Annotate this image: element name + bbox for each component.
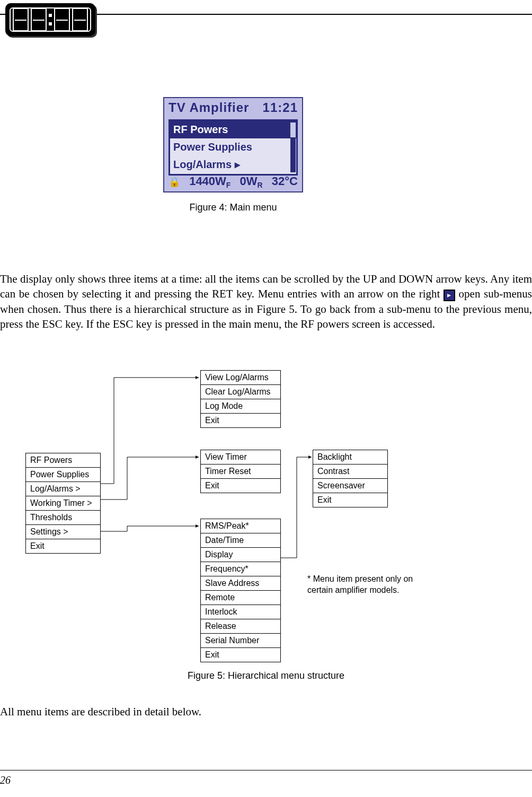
- menu-settings: RMS/Peak* Date/Time Display Frequency* S…: [200, 519, 281, 662]
- menu-log-alarms: View Log/Alarms Clear Log/Alarms Log Mod…: [200, 370, 281, 428]
- lcd-figure: TV Amplifier 11:21 RF Powers Power Suppl…: [163, 97, 303, 213]
- bottom-rule: [0, 770, 532, 770]
- lcd-temperature: 32°C: [272, 174, 298, 188]
- menu-item: Log/Alarms >: [26, 482, 100, 496]
- lcd-title: TV Amplifier: [169, 100, 249, 115]
- menu-item: Timer Reset: [201, 465, 280, 479]
- menu-item: Serial Number: [201, 634, 280, 648]
- menu-item: Interlock: [201, 605, 280, 619]
- body-paragraph: The display only shows three items at a …: [0, 271, 532, 331]
- menu-item: Exit: [201, 648, 280, 662]
- menu-hierarchy-diagram: RF Powers Power Supplies Log/Alarms > Wo…: [21, 368, 445, 670]
- menu-item: Settings >: [26, 525, 100, 539]
- menu-item: Frequency*: [201, 562, 280, 576]
- menu-item: Power Supplies: [26, 468, 100, 482]
- menu-item: View Log/Alarms: [201, 371, 280, 385]
- menu-item: View Timer: [201, 450, 280, 465]
- menu-item: Working Timer >: [26, 496, 100, 511]
- figure4-caption: Figure 4: Main menu: [163, 202, 303, 213]
- menu-item: Screensaver: [313, 479, 387, 493]
- menu-item: Exit: [26, 539, 100, 554]
- menu-item: Date/Time: [201, 533, 280, 548]
- menu-item: RF Powers: [26, 453, 100, 468]
- lcd-row: Power Supplies: [170, 138, 296, 156]
- closing-text: All menu items are described in detail b…: [0, 705, 201, 719]
- menu-item: Clear Log/Alarms: [201, 385, 280, 399]
- menu-main: RF Powers Power Supplies Log/Alarms > Wo…: [25, 453, 101, 554]
- lcd-reflected-power: 0WR: [240, 174, 263, 189]
- menu-item: Backlight: [313, 450, 387, 465]
- menu-working-timer: View Timer Timer Reset Exit: [200, 450, 281, 493]
- lcd-scroll-thumb: [290, 122, 296, 137]
- menu-item: Release: [201, 619, 280, 634]
- menu-item: Slave Address: [201, 576, 280, 591]
- menu-item: Thresholds: [26, 511, 100, 525]
- menu-item: Display: [201, 548, 280, 562]
- lock-icon: 🔒: [169, 176, 180, 188]
- figure5-caption: Figure 5: Hierarchical menu structure: [0, 670, 532, 681]
- menu-item: Exit: [201, 414, 280, 428]
- lcd-clock: 11:21: [263, 100, 298, 115]
- lcd-forward-power: 1440WF: [189, 174, 230, 189]
- menu-item: Remote: [201, 591, 280, 605]
- menu-item: Log Mode: [201, 399, 280, 414]
- menu-item: Contrast: [313, 465, 387, 479]
- menu-display: Backlight Contrast Screensaver Exit: [313, 450, 388, 507]
- lcd-row-selected: RF Powers: [170, 121, 296, 138]
- menu-item: Exit: [313, 493, 387, 507]
- submenu-arrow-icon: ▸: [444, 290, 455, 301]
- footnote-text: * Menu item present only on certain ampl…: [307, 574, 429, 596]
- clock-display-icon: [5, 3, 95, 36]
- lcd-row: Log/Alarms ▸: [170, 156, 296, 173]
- page-number: 26: [0, 774, 11, 786]
- menu-item: Exit: [201, 479, 280, 493]
- menu-item: RMS/Peak*: [201, 519, 280, 533]
